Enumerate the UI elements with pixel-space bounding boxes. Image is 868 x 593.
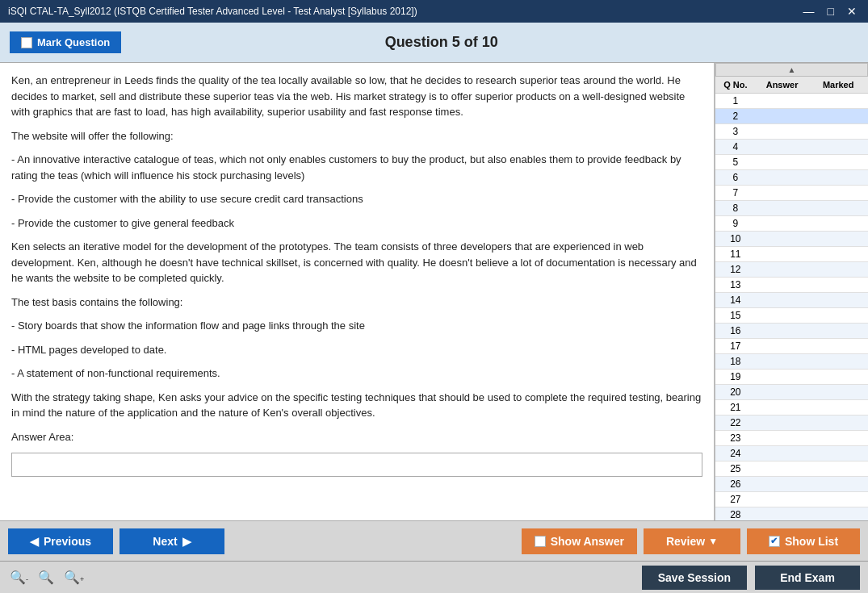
show-answer-label: Show Answer xyxy=(551,535,624,548)
question-list-rows: 1 2 3 4 5 6 7 8 xyxy=(715,94,868,520)
title-bar: iSQI CTAL-TA_Syll2012 (ISTQB Certified T… xyxy=(0,0,868,23)
status-bar: 🔍- 🔍 🔍+ Save Session End Exam xyxy=(0,561,868,593)
q-row-number: 8 xyxy=(717,203,754,214)
question-title: Question 5 of 10 xyxy=(385,34,498,51)
save-session-button[interactable]: Save Session xyxy=(642,566,747,590)
question-para-3: - An innovative interactive catalogue of… xyxy=(11,152,702,183)
q-list-item[interactable]: 6 xyxy=(715,170,868,186)
q-row-number: 5 xyxy=(717,157,754,168)
q-row-number: 24 xyxy=(717,448,754,459)
q-row-number: 18 xyxy=(717,356,754,367)
mark-question-button[interactable]: Mark Question xyxy=(10,31,121,53)
show-list-button[interactable]: ✔ Show List xyxy=(747,528,860,554)
q-row-number: 17 xyxy=(717,340,754,352)
q-list-item[interactable]: 12 xyxy=(715,262,868,278)
q-list-item[interactable]: 7 xyxy=(715,186,868,201)
zoom-controls: 🔍- 🔍 🔍+ xyxy=(8,568,86,587)
q-list-item[interactable]: 13 xyxy=(715,278,868,293)
q-list-item[interactable]: 20 xyxy=(715,385,868,400)
question-panel: Ken, an entrepreneur in Leeds finds the … xyxy=(0,63,715,520)
q-list-item[interactable]: 17 xyxy=(715,339,868,354)
q-row-number: 9 xyxy=(717,218,754,229)
q-list-item[interactable]: 2 xyxy=(715,109,868,124)
zoom-reset-button[interactable]: 🔍 xyxy=(36,568,56,587)
q-list-item[interactable]: 25 xyxy=(715,461,868,477)
q-row-number: 10 xyxy=(717,233,754,244)
q-list-header: Q No. Answer Marked xyxy=(715,77,868,94)
status-right-buttons: Save Session End Exam xyxy=(642,566,860,590)
q-row-number: 13 xyxy=(717,279,754,290)
prev-arrow-icon: ◀ xyxy=(30,535,39,548)
review-button[interactable]: Review ▼ xyxy=(644,528,740,554)
scroll-up-arrow[interactable]: ▲ xyxy=(715,63,868,77)
minimize-button[interactable]: — xyxy=(800,6,818,17)
q-row-number: 20 xyxy=(717,386,754,398)
q-row-number: 11 xyxy=(717,248,754,260)
col-mrk-header: Marked xyxy=(810,80,866,90)
q-list-item[interactable]: 3 xyxy=(715,124,868,140)
q-row-number: 3 xyxy=(717,126,754,137)
q-list-item[interactable]: 28 xyxy=(715,507,868,520)
q-row-number: 25 xyxy=(717,463,754,474)
q-row-number: 22 xyxy=(717,417,754,428)
q-row-number: 14 xyxy=(717,294,754,306)
q-list-item[interactable]: 15 xyxy=(715,308,868,324)
app-title: iSQI CTAL-TA_Syll2012 (ISTQB Certified T… xyxy=(8,6,417,17)
previous-button[interactable]: ◀ Previous xyxy=(8,528,113,554)
q-list-item[interactable]: 27 xyxy=(715,492,868,507)
zoom-out-button[interactable]: 🔍- xyxy=(8,568,30,587)
question-para-2: The website will offer the following: xyxy=(11,128,702,144)
q-list-item[interactable]: 10 xyxy=(715,232,868,247)
question-para-1: Ken, an entrepreneur in Leeds finds the … xyxy=(11,73,702,120)
end-exam-button[interactable]: End Exam xyxy=(755,566,860,590)
answer-area-label: Answer Area: xyxy=(11,429,702,445)
mark-question-label: Mark Question xyxy=(37,36,110,48)
main-area: Ken, an entrepreneur in Leeds finds the … xyxy=(0,63,868,520)
q-list-item[interactable]: 1 xyxy=(715,94,868,109)
restore-button[interactable]: □ xyxy=(824,6,837,17)
q-row-number: 7 xyxy=(717,187,754,198)
q-list-item[interactable]: 4 xyxy=(715,140,868,155)
q-list-item[interactable]: 16 xyxy=(715,324,868,339)
question-para-10: - A statement of non-functional requirem… xyxy=(11,365,702,382)
q-list-item[interactable]: 21 xyxy=(715,400,868,416)
toolbar: Mark Question Question 5 of 10 xyxy=(0,23,868,63)
close-button[interactable]: ✕ xyxy=(844,6,860,17)
show-answer-checkbox-icon xyxy=(535,536,546,547)
next-button[interactable]: Next ▶ xyxy=(120,528,224,554)
q-list-item[interactable]: 18 xyxy=(715,354,868,370)
question-para-9: - HTML pages developed to date. xyxy=(11,342,702,358)
q-list-item[interactable]: 5 xyxy=(715,155,868,170)
bottom-buttons: ◀ Previous Next ▶ Show Answer Review ▼ ✔… xyxy=(0,520,868,561)
window-controls: — □ ✕ xyxy=(800,6,860,17)
show-answer-button[interactable]: Show Answer xyxy=(522,528,637,554)
q-row-number: 4 xyxy=(717,141,754,152)
q-list-item[interactable]: 24 xyxy=(715,446,868,461)
zoom-in-button[interactable]: 🔍+ xyxy=(62,568,86,587)
next-label: Next xyxy=(153,535,177,548)
q-list-item[interactable]: 8 xyxy=(715,201,868,216)
q-row-number: 6 xyxy=(717,172,754,183)
question-para-6: Ken selects an iterative model for the d… xyxy=(11,239,702,286)
review-dropdown-icon: ▼ xyxy=(708,536,718,547)
review-label: Review xyxy=(666,535,705,548)
show-list-label: Show List xyxy=(785,535,838,548)
next-arrow-icon: ▶ xyxy=(182,535,191,548)
q-list-item[interactable]: 14 xyxy=(715,293,868,308)
q-list-item[interactable]: 23 xyxy=(715,431,868,446)
question-para-4: - Provide the customer with the ability … xyxy=(11,191,702,207)
mark-checkbox-icon xyxy=(21,37,32,48)
col-qno-header: Q No. xyxy=(717,80,754,90)
q-row-number: 21 xyxy=(717,402,754,413)
q-row-number: 16 xyxy=(717,325,754,336)
q-list-item[interactable]: 26 xyxy=(715,477,868,492)
question-para-5: - Provide the customer to give general f… xyxy=(11,215,702,232)
q-row-number: 19 xyxy=(717,371,754,382)
question-list-panel: ▲ Q No. Answer Marked 1 2 3 4 5 6 xyxy=(715,63,868,520)
answer-input[interactable] xyxy=(11,453,702,477)
q-list-item[interactable]: 22 xyxy=(715,416,868,431)
q-list-item[interactable]: 11 xyxy=(715,247,868,262)
q-list-item[interactable]: 9 xyxy=(715,216,868,232)
q-row-number: 26 xyxy=(717,478,754,490)
q-list-item[interactable]: 19 xyxy=(715,370,868,385)
